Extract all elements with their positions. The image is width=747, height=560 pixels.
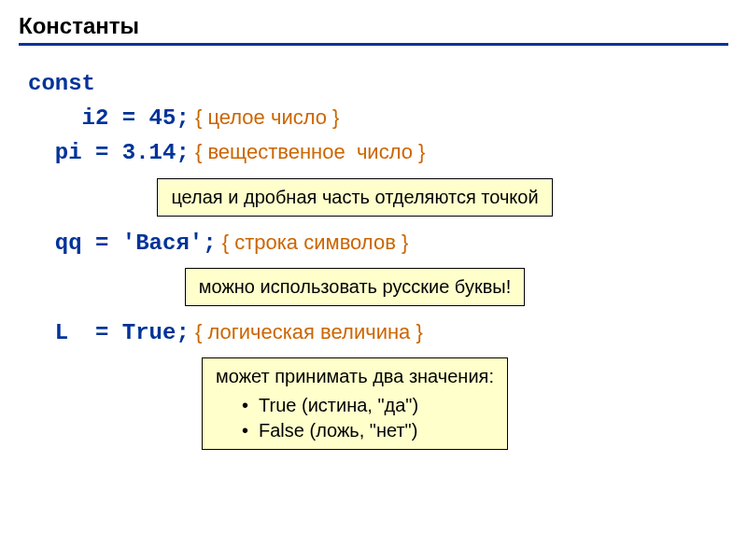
title-rule <box>19 43 728 46</box>
code-comment: { строка символов } <box>217 231 409 254</box>
note-3-head: может принимать два значения: <box>216 364 494 389</box>
note-1: целая и дробная часть отделяются точкой <box>157 178 552 217</box>
slide-header: Константы <box>0 0 747 53</box>
code-comment: { логическая величина } <box>190 320 423 343</box>
code-lhs: qq = 'Вася'; <box>28 231 217 256</box>
slide-title: Константы <box>19 13 728 39</box>
bullet-true: True (истина, "да") <box>242 393 494 418</box>
note-2: можно использовать русские буквы! <box>185 268 525 306</box>
code-lhs: pi = 3.14; <box>28 140 190 165</box>
note-3-bullets: True (истина, "да") False (ложь, "нет") <box>216 389 494 443</box>
code-comment: { целое число } <box>190 105 340 129</box>
note-wrap-3: может принимать два значения: True (исти… <box>28 350 719 459</box>
code-line-2: pi = 3.14; { вещественное число } <box>28 135 719 170</box>
code-lhs: L = True; <box>28 320 190 345</box>
note-wrap-1: целая и дробная часть отделяются точкой <box>28 171 719 226</box>
code-lhs: i2 = 45; <box>28 105 190 131</box>
code-comment: { вещественное число } <box>190 140 426 163</box>
note-3: может принимать два значения: True (исти… <box>202 357 508 450</box>
bullet-false: False (ложь, "нет") <box>242 418 494 443</box>
note-wrap-2: можно использовать русские буквы! <box>28 260 719 315</box>
code-keyword: const <box>28 66 719 101</box>
code-line-4: L = True; { логическая величина } <box>28 315 719 350</box>
slide-content: const i2 = 45; { целое число } pi = 3.14… <box>0 53 747 459</box>
code-line-1: i2 = 45; { целое число } <box>28 101 719 135</box>
code-line-3: qq = 'Вася'; { строка символов } <box>28 226 719 260</box>
